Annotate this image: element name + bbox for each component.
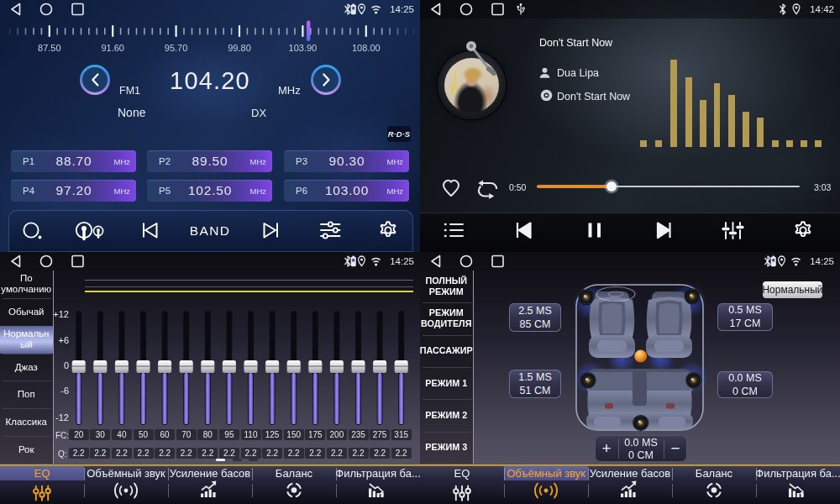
svg-text:BAND: BAND [190, 223, 231, 238]
